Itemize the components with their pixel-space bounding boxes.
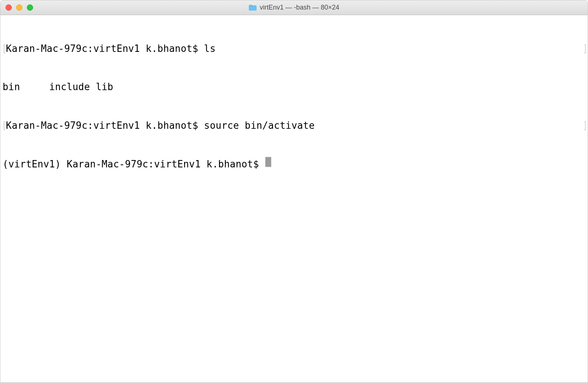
prompt-text: Karan-Mac-979c:virtEnv1 k.bhanot$ [6, 119, 204, 132]
left-bracket-icon: [ [3, 42, 4, 55]
traffic-lights [0, 4, 33, 11]
folder-icon [249, 4, 257, 11]
window-title: virtEnv1 — -bash — 80×24 [249, 4, 340, 11]
zoom-button[interactable] [27, 4, 33, 11]
terminal-line: bin include lib [3, 81, 585, 93]
terminal-area[interactable]: [Karan-Mac-979c:virtEnv1 k.bhanot$ ls] b… [0, 15, 588, 383]
right-bracket-icon: ] [584, 42, 585, 55]
prompt-text: (virtEnv1) Karan-Mac-979c:virtEnv1 k.bha… [3, 158, 265, 171]
right-bracket-icon: ] [584, 119, 585, 132]
close-button[interactable] [6, 4, 12, 11]
minimize-button[interactable] [16, 4, 22, 11]
terminal-line: [Karan-Mac-979c:virtEnv1 k.bhanot$ ls] [3, 42, 585, 55]
command-text: source bin/activate [204, 119, 315, 132]
command-text: ls [204, 42, 216, 55]
output-text: bin include lib [3, 81, 113, 93]
left-bracket-icon: [ [3, 119, 4, 132]
window-title-text: virtEnv1 — -bash — 80×24 [260, 4, 340, 11]
terminal-line: [Karan-Mac-979c:virtEnv1 k.bhanot$ sourc… [3, 119, 585, 132]
prompt-text: Karan-Mac-979c:virtEnv1 k.bhanot$ [6, 42, 204, 55]
cursor-icon [265, 157, 271, 167]
window-titlebar: virtEnv1 — -bash — 80×24 [0, 0, 588, 15]
terminal-line: (virtEnv1) Karan-Mac-979c:virtEnv1 k.bha… [3, 157, 585, 171]
